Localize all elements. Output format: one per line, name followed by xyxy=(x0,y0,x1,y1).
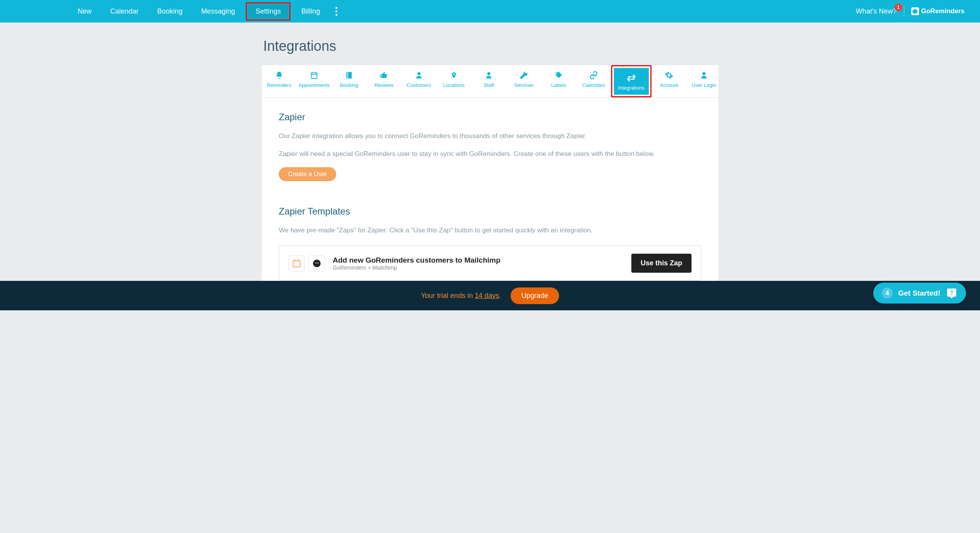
svg-rect-2 xyxy=(293,261,300,267)
book-icon xyxy=(332,71,367,80)
svg-point-5 xyxy=(313,260,321,267)
trial-prefix: Your trial ends in xyxy=(421,292,474,299)
svg-rect-3 xyxy=(294,260,295,261)
whats-new-link[interactable]: What's New? 1 xyxy=(856,7,897,16)
footer-bar: Your trial ends in 14 days. Upgrade 4 Ge… xyxy=(0,281,980,310)
link-icon xyxy=(576,71,611,80)
subnav-calendars[interactable]: Calendars xyxy=(576,65,611,97)
zap-template-row: Add new GoReminders customers to Mailchi… xyxy=(279,246,701,281)
subnav-label: Staff xyxy=(471,82,506,88)
page-title: Integrations xyxy=(263,38,718,54)
help-icon xyxy=(946,287,957,299)
nav-settings[interactable]: Settings xyxy=(248,4,288,19)
highlight-settings: Settings xyxy=(246,2,290,21)
subnav-services[interactable]: Services xyxy=(506,65,541,97)
subnav-reminders[interactable]: Reminders xyxy=(262,65,297,97)
goreminders-app-icon xyxy=(288,255,305,272)
subnav-label: Appointments xyxy=(297,82,332,88)
highlight-integrations: Integrations xyxy=(611,65,652,97)
get-started-widget[interactable]: 4 Get Started! xyxy=(873,283,966,304)
nav-messaging[interactable]: Messaging xyxy=(193,4,243,19)
page: Integrations RemindersAppointmentsBookin… xyxy=(262,22,718,281)
subnav-locations[interactable]: Locations xyxy=(436,65,471,97)
whats-new-label: What's New? xyxy=(856,7,897,15)
more-menu-icon[interactable] xyxy=(331,4,342,19)
svg-rect-1 xyxy=(348,72,348,79)
template-icons xyxy=(288,255,325,272)
subnav-label: Account xyxy=(652,82,686,88)
subnav-label: Customers xyxy=(401,82,436,88)
subnav-label: Services xyxy=(506,82,541,88)
nav-booking[interactable]: Booking xyxy=(149,4,190,19)
subnav-label: Reviews xyxy=(367,82,401,88)
subnav-label: User Login xyxy=(686,82,721,88)
trial-days-link[interactable]: 14 days xyxy=(475,292,499,299)
subnav-staff[interactable]: Staff xyxy=(471,65,506,97)
zapier-text-2: Zapier will need a special GoReminders u… xyxy=(279,149,683,159)
subnav-labels[interactable]: Labels xyxy=(541,65,576,97)
template-subtitle: GoReminders + Mailchimp xyxy=(333,265,624,271)
subnav-account[interactable]: Account xyxy=(652,65,686,97)
template-main: Add new GoReminders customers to Mailchi… xyxy=(333,256,624,271)
subnav-label: Integrations xyxy=(614,85,649,91)
create-user-button[interactable]: Create a User xyxy=(279,167,336,181)
svg-rect-4 xyxy=(298,260,299,261)
mailchimp-app-icon xyxy=(309,255,325,272)
subnav-booking[interactable]: Booking xyxy=(332,65,367,97)
wrench-icon xyxy=(506,71,541,80)
templates-intro: We have pre-made "Zaps" for Zapier. Clic… xyxy=(279,225,683,235)
subnav-appointments[interactable]: Appointments xyxy=(297,65,332,97)
brand-icon xyxy=(911,7,919,15)
subnav-user-login[interactable]: User Login xyxy=(686,65,721,97)
calendar-icon xyxy=(297,71,332,80)
zapier-title: Zapier xyxy=(279,112,701,123)
user-icon xyxy=(686,71,721,80)
nav-calendar[interactable]: Calendar xyxy=(103,4,146,19)
content: Zapier Our Zapier integration allows you… xyxy=(262,98,718,281)
zapier-templates: Zapier Templates We have pre-made "Zaps"… xyxy=(279,206,701,281)
bell-icon xyxy=(262,71,297,80)
thumbs-up-icon xyxy=(367,71,401,80)
subnav-integrations[interactable]: Integrations xyxy=(614,68,649,95)
subnav-label: Labels xyxy=(541,82,576,88)
trial-suffix: . xyxy=(499,292,501,299)
subnav-label: Reminders xyxy=(262,82,297,88)
tag-icon xyxy=(541,71,576,80)
person-icon xyxy=(471,71,506,80)
gear-icon xyxy=(652,71,686,80)
svg-point-6 xyxy=(315,262,316,263)
nav-right: What's New? 1 GoReminders xyxy=(856,6,964,17)
nav-billing[interactable]: Billing xyxy=(294,4,328,19)
person-icon xyxy=(401,71,436,80)
templates-title: Zapier Templates xyxy=(279,206,701,217)
subnav-label: Locations xyxy=(436,82,471,88)
subnav-label: Calendars xyxy=(576,82,611,88)
trial-text: Your trial ends in 14 days. xyxy=(421,292,501,300)
subnav-label: Booking xyxy=(332,82,367,88)
settings-panel: RemindersAppointmentsBookingReviewsCusto… xyxy=(262,65,718,281)
divider xyxy=(904,6,904,17)
svg-rect-0 xyxy=(346,72,351,79)
subnav-customers[interactable]: Customers xyxy=(401,65,436,97)
brand-link[interactable]: GoReminders xyxy=(911,7,964,15)
get-started-count: 4 xyxy=(882,288,893,299)
top-nav: New Calendar Booking Messaging Settings … xyxy=(0,0,980,22)
use-this-zap-button[interactable]: Use this Zap xyxy=(631,254,692,273)
subnav-reviews[interactable]: Reviews xyxy=(367,65,401,97)
settings-subnav: RemindersAppointmentsBookingReviewsCusto… xyxy=(262,65,718,98)
arrows-icon xyxy=(614,73,649,83)
nav-new[interactable]: New xyxy=(70,4,99,19)
template-title: Add new GoReminders customers to Mailchi… xyxy=(333,256,624,265)
upgrade-button[interactable]: Upgrade xyxy=(511,287,559,304)
get-started-label: Get Started! xyxy=(898,289,940,298)
brand-label: GoReminders xyxy=(921,7,964,15)
notification-badge: 1 xyxy=(895,3,902,11)
svg-point-7 xyxy=(318,262,319,263)
zapier-text-1: Our Zapier integration allows you to con… xyxy=(279,131,683,141)
pin-icon xyxy=(436,71,471,80)
nav-left: New Calendar Booking Messaging Settings … xyxy=(70,2,342,21)
